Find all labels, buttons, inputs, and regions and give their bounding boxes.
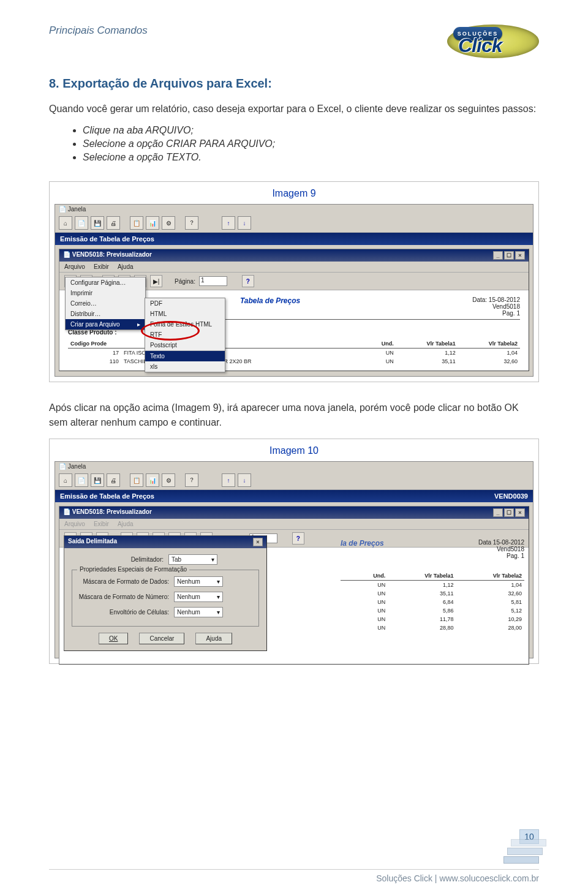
toolbar-icon[interactable]: 📋	[130, 216, 143, 230]
ok-button[interactable]: OK	[99, 633, 128, 644]
toolbar-icon[interactable]: ？	[185, 473, 198, 487]
menu-exibir[interactable]: Exibir	[94, 263, 109, 270]
logo: SOLUÇÕES Click	[447, 24, 539, 58]
table-row: 110 TASCHIBRA FLUORESCENTE TUBULAR 2X20 …	[68, 357, 520, 366]
data-value: 15-08-2012	[489, 296, 520, 303]
close-icon[interactable]: ×	[253, 538, 263, 546]
flyout-html[interactable]: HTML	[145, 309, 225, 319]
col-und: Und.	[350, 339, 396, 349]
toolbar-icon[interactable]: 💾	[91, 216, 104, 230]
figure-1: Imagem 9 📄 Janela ⌂ 📄 💾 🖨 📋 📊 ⚙ ？ ↑ ↓ Em…	[49, 181, 539, 382]
fieldset-legend: Propriedades Especiais de Formatação	[77, 566, 189, 573]
toolbar-icon[interactable]: 📄	[75, 216, 88, 230]
pagina-label: Página:	[175, 278, 195, 285]
mask-dados-select[interactable]: Nenhum▾	[174, 576, 223, 587]
main-toolbar: ⌂ 📄 💾 🖨 📋 📊 ⚙ ？ ↑ ↓	[55, 471, 533, 490]
toolbar-icon[interactable]: ⚙	[162, 473, 175, 487]
up-arrow-icon[interactable]: ↑	[222, 473, 235, 487]
footer-text: Soluções Click | www.solucoesclick.com.b…	[376, 873, 539, 883]
envoltorio-select[interactable]: Nenhum▾	[174, 607, 223, 617]
mask-num-select[interactable]: Nenhum▾	[174, 592, 223, 602]
screenshot-2: 📄 Janela ⌂ 📄 💾 🖨 📋 📊 ⚙ ？ ↑ ↓ Emissão de …	[55, 461, 533, 658]
menu-configurar[interactable]: Configurar Página…	[66, 277, 145, 288]
report-fragment: la de Preços Data 15-08-2012 Vend5018 Pa…	[341, 539, 524, 632]
page-indicator: Pag. 1	[502, 310, 520, 317]
section-heading: 8. Exportação de Arquivos para Excel:	[49, 77, 539, 91]
close-icon[interactable]: ×	[515, 508, 525, 517]
menu-distribuir[interactable]: Distribuir…	[66, 309, 145, 319]
table-row: UN28,8028,00	[341, 624, 524, 632]
flyout-postscript[interactable]: Postscript	[145, 340, 225, 351]
down-arrow-icon[interactable]: ↓	[238, 473, 251, 487]
step-item: Selecione a opção TEXTO.	[83, 152, 539, 163]
flyout-rtf[interactable]: RTF	[145, 330, 225, 340]
col-codigo: Codigo Prode	[68, 339, 121, 349]
col-und: Und.	[341, 571, 388, 581]
table-row: UN35,1132,60	[341, 589, 524, 598]
menu-arquivo[interactable]: Arquivo	[64, 263, 85, 270]
menu-arquivo: Arquivo	[64, 521, 85, 527]
envoltorio-label: Envoltório de Células:	[77, 609, 169, 616]
intro-text: Quando você gerar um relatório, caso des…	[49, 102, 539, 116]
toolbar-icon[interactable]: ⌂	[59, 216, 72, 230]
toolbar-icon[interactable]: 📄	[75, 473, 88, 487]
flyout-xls[interactable]: xls	[145, 361, 225, 372]
toolbar-icon[interactable]: ⌂	[59, 473, 72, 487]
window-title-bar: Emissão de Tabela de Preços VEND0039	[55, 490, 533, 502]
menu-ajuda[interactable]: Ajuda	[118, 263, 134, 270]
saida-delimitada-dialog: Saída Delimitada × Delimitador: Tab▾ Pro…	[64, 535, 267, 651]
close-icon[interactable]: ×	[515, 251, 525, 260]
window-tab: Janela	[68, 463, 86, 470]
table-row: UN6,845,81	[341, 598, 524, 606]
help-icon[interactable]: ?	[242, 275, 254, 287]
maximize-icon[interactable]: ☐	[504, 508, 514, 517]
toolbar-icon[interactable]: 🖨	[107, 473, 120, 487]
main-toolbar: ⌂ 📄 💾 🖨 📋 📊 ⚙ ？ ↑ ↓	[55, 214, 533, 233]
toolbar-icon[interactable]: 📊	[146, 216, 159, 230]
subwindow-title: 📄 VEND5018: Previsualizador	[63, 508, 152, 517]
step-item: Clique na aba ARQUIVO;	[83, 125, 539, 136]
pagina-input[interactable]: 1	[199, 276, 227, 286]
toolbar-icon[interactable]: 📊	[146, 473, 159, 487]
mask-dados-label: Máscara de Formato de Dados:	[77, 578, 169, 585]
menu-imprimir[interactable]: Imprimir	[66, 288, 145, 298]
figure-2-caption: Imagem 10	[55, 445, 533, 456]
col-vlr2: Vlr Tabela2	[456, 571, 524, 581]
toolbar-icon[interactable]: 🖨	[107, 216, 120, 230]
table-row: UN11,7810,29	[341, 615, 524, 624]
col-vlr1: Vlr Tabela1	[388, 571, 456, 581]
menu-exibir: Exibir	[94, 521, 109, 527]
minimize-icon[interactable]: _	[493, 251, 503, 260]
flyout-texto[interactable]: Texto	[145, 351, 225, 361]
flyout-pdf[interactable]: PDF	[145, 298, 225, 309]
arquivo-dropdown: Configurar Página… Imprimir Correio… Dis…	[65, 277, 146, 330]
footer-divider	[49, 869, 539, 870]
screenshot-1: 📄 Janela ⌂ 📄 💾 🖨 📋 📊 ⚙ ？ ↑ ↓ Emissão de …	[55, 204, 533, 377]
step-item: Selecione a opção CRIAR PARA ARQUIVO;	[83, 138, 539, 149]
col-vlr2: Vlr Tabela2	[458, 339, 520, 349]
down-arrow-icon[interactable]: ↓	[238, 216, 251, 230]
toolbar-icon[interactable]: ？	[185, 216, 198, 230]
menu-correio[interactable]: Correio…	[66, 298, 145, 309]
toolbar-icon[interactable]: 💾	[91, 473, 104, 487]
maximize-icon[interactable]: ☐	[504, 251, 514, 260]
window-tab: Janela	[68, 206, 86, 213]
delimitador-select[interactable]: Tab▾	[168, 554, 217, 565]
minimize-icon[interactable]: _	[493, 508, 503, 517]
ajuda-button[interactable]: Ajuda	[195, 633, 232, 644]
toolbar-icon[interactable]: ⚙	[162, 216, 175, 230]
up-arrow-icon[interactable]: ↑	[222, 216, 235, 230]
help-icon[interactable]: ?	[292, 532, 304, 544]
flyout-folha[interactable]: Folha de Estilos HTML	[145, 319, 225, 330]
logo-main-text: Click	[458, 34, 502, 57]
mid-paragraph: Após clicar na opção acima (Imagem 9), i…	[49, 401, 539, 430]
subwindow-title: 📄 VEND5018: Previsualizador	[63, 251, 152, 260]
menu-criar-arquivo[interactable]: Criar para Arquivo ▸	[66, 319, 145, 330]
nav-last-icon[interactable]: ▶|	[150, 275, 162, 287]
dialog-title: Saída Delimitada	[68, 538, 117, 546]
delimitador-label: Delimitador:	[72, 556, 164, 563]
cancelar-button[interactable]: Cancelar	[139, 633, 184, 644]
report-title: Tabela de Preços	[240, 296, 300, 317]
criar-arquivo-flyout: PDF HTML Folha de Estilos HTML RTF Posts…	[145, 298, 225, 372]
toolbar-icon[interactable]: 📋	[130, 473, 143, 487]
